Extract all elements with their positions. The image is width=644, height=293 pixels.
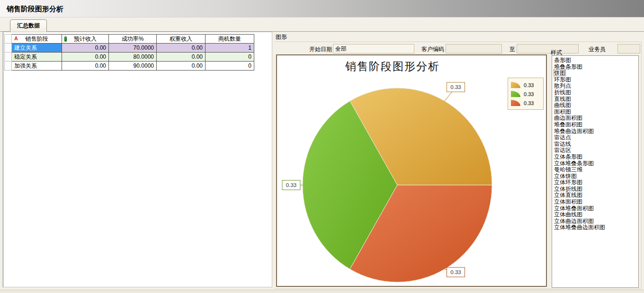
style-list-item-label: 立体堆叠面积图 (554, 205, 594, 212)
cell-weighted[interactable]: 0.00 (157, 53, 206, 62)
style-list-item[interactable]: 条形图 (554, 57, 638, 63)
table-row[interactable]: 稳定关系 0.00 80.0000 0.00 0 (5, 53, 254, 62)
style-list-item[interactable]: 堆叠面积图 (554, 121, 638, 128)
style-list-item-label: 散列点 (554, 82, 572, 89)
style-list-item-label: 立体条形图 (554, 153, 583, 160)
cell-weighted[interactable]: 0.00 (157, 44, 206, 53)
row-indicator[interactable] (5, 44, 12, 53)
style-list-item[interactable]: 面积图 (554, 108, 638, 115)
chart-legend: 0.330.330.33 (508, 78, 544, 110)
pie-label-value: 0.33 (450, 84, 461, 90)
style-list-item[interactable]: 直线图 (554, 96, 638, 102)
row-indicator-header (5, 35, 12, 44)
cell-count[interactable]: 0 (206, 62, 254, 71)
cell-stage[interactable]: 加强关系 (12, 62, 62, 71)
customer-code-label: 客户编码 (416, 45, 444, 53)
style-list-item[interactable]: 饼图 (554, 70, 638, 76)
cell-expected[interactable]: 0.00 (62, 44, 109, 53)
style-list-item[interactable]: 立体饼图 (554, 173, 638, 179)
to-label: 至 (505, 45, 515, 53)
graph-group: 图形 开始日期 全部 客户编码 至 业务员 0.330.330.33 销售阶段图… (274, 32, 642, 290)
style-list-item[interactable]: 雷达点 (554, 134, 638, 141)
cell-success[interactable]: 80.0000 (109, 53, 157, 62)
legend-swatch-icon (511, 100, 520, 106)
style-list-item-label: 面积图 (554, 108, 572, 115)
style-list-item-label: 条形图 (554, 57, 572, 63)
chart-area: 0.330.330.33 销售阶段图形分析 0.330.330.33 (276, 54, 547, 287)
cell-count[interactable]: 0 (206, 53, 254, 62)
col-header-expected[interactable]: 预计收入 (62, 35, 109, 44)
style-list-item-label: 堆叠条形图 (554, 63, 583, 70)
style-list-item[interactable]: 曼哈顿三维 (554, 166, 638, 173)
row-indicator[interactable] (5, 53, 12, 62)
cell-weighted[interactable]: 0.00 (157, 62, 206, 71)
table-row[interactable]: 建立关系 0.00 70.0000 0.00 1 (5, 44, 254, 53)
value-pill-icon (64, 36, 67, 42)
cell-expected[interactable]: 0.00 (62, 62, 109, 71)
col-header-weighted[interactable]: 权重收入 (157, 35, 206, 44)
start-date-label: 开始日期 (293, 45, 332, 53)
cell-stage[interactable]: 稳定关系 (12, 53, 62, 62)
group-border (641, 42, 642, 289)
tab-summary-data[interactable]: 汇总数据 (10, 19, 47, 32)
style-list-item-label: 雷达线 (554, 141, 572, 147)
style-list-item[interactable]: 立体曲线图 (554, 211, 638, 218)
style-list-item[interactable]: 堆叠曲边面积图 (554, 128, 638, 134)
style-list-item-label: 堆叠曲边面积图 (554, 128, 594, 134)
table-row[interactable]: 加强关系 0.00 90.0000 0.00 0 (5, 62, 254, 71)
style-list-item[interactable]: 立体面积图 (554, 198, 638, 205)
style-list-item[interactable]: 折线图 (554, 89, 638, 96)
style-list-item[interactable]: 曲边面积图 (554, 115, 638, 121)
style-list-item[interactable]: 立体折线图 (554, 186, 638, 192)
style-list-item[interactable]: 立体条形图 (554, 153, 638, 160)
row-indicator[interactable] (5, 62, 12, 71)
style-list-item-label: 雷达点 (554, 134, 572, 141)
style-listbox[interactable]: 条形图堆叠条形图饼图环形图散列点折线图直线图曲线图面积图曲边面积图堆叠面积图堆叠… (552, 55, 639, 288)
salesman-field[interactable] (617, 44, 640, 53)
style-list-item[interactable]: 立体堆叠条形图 (554, 160, 638, 167)
style-list-item-label: 饼图 (554, 70, 566, 76)
pie-label-value: 0.33 (286, 182, 296, 188)
style-list-item[interactable]: 散列点 (554, 82, 638, 89)
style-list-item-label: 立体环形图 (554, 179, 583, 186)
to-field[interactable] (517, 44, 579, 53)
style-list-item[interactable]: 雷达区 (554, 147, 638, 153)
graph-group-label: 图形 (276, 33, 287, 41)
window-title: 销售阶段图形分析 (0, 0, 644, 18)
style-list-item[interactable]: 堆叠条形图 (554, 63, 638, 70)
chart-title: 销售阶段图形分析 (277, 59, 508, 74)
style-list-item-label: 立体曲边面积图 (554, 218, 594, 224)
style-list-item[interactable]: 雷达线 (554, 141, 638, 147)
col-header-stage[interactable]: A销售阶段 (12, 35, 62, 44)
cell-success[interactable]: 70.0000 (109, 44, 157, 53)
cell-expected[interactable]: 0.00 (62, 53, 109, 62)
style-list-item[interactable]: 立体环形图 (554, 179, 638, 186)
style-list-item[interactable]: 立体堆叠曲边面积图 (554, 224, 638, 231)
summary-grid-panel: A销售阶段 预计收入 成功率% 权重收入 商机数量 建立关系 0.00 70.0… (2, 32, 272, 287)
style-list-item[interactable]: 环形图 (554, 76, 638, 83)
cell-success[interactable]: 90.0000 (109, 62, 157, 71)
style-list-item[interactable]: 立体堆叠面积图 (554, 205, 638, 212)
style-list-item-label: 立体饼图 (554, 173, 577, 179)
style-list-item-label: 曼哈顿三维 (554, 166, 583, 173)
legend-swatch-icon (511, 91, 520, 97)
style-list-item[interactable]: 立体直线图 (554, 192, 638, 198)
style-list-item-label: 堆叠面积图 (554, 121, 583, 128)
cell-stage[interactable]: 建立关系 (12, 44, 62, 53)
col-header-count[interactable]: 商机数量 (206, 35, 254, 44)
sales-stage-table[interactable]: A销售阶段 预计收入 成功率% 权重收入 商机数量 建立关系 0.00 70.0… (4, 34, 254, 71)
style-list-item-label: 立体堆叠曲边面积图 (554, 224, 606, 231)
style-list-item[interactable]: 曲线图 (554, 102, 638, 108)
cell-count[interactable]: 1 (206, 44, 254, 53)
legend-label: 0.33 (524, 91, 534, 97)
start-date-field[interactable]: 全部 (333, 44, 414, 53)
style-list-item-label: 雷达区 (554, 147, 572, 153)
style-list-item-label: 折线图 (554, 89, 572, 96)
legend-item: 0.33 (511, 80, 540, 89)
style-list-item[interactable]: 立体曲边面积图 (554, 218, 638, 224)
customer-code-field[interactable] (446, 44, 502, 53)
col-header-success[interactable]: 成功率% (109, 35, 157, 44)
pie-chart: 0.330.330.33 (277, 55, 546, 286)
style-list-item-label: 立体折线图 (554, 186, 583, 192)
legend-item: 0.33 (511, 89, 540, 98)
